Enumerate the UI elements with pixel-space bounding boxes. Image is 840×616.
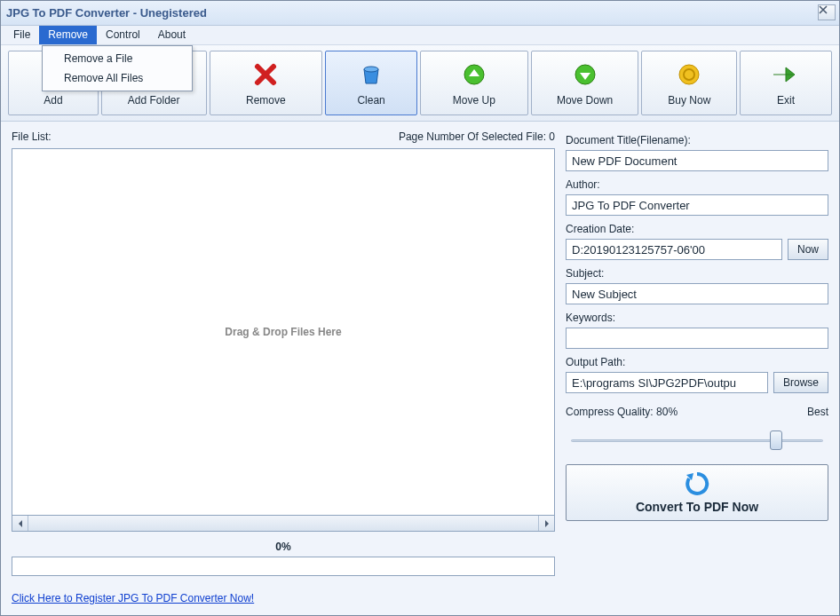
slider-thumb[interactable] bbox=[770, 430, 782, 450]
exit-icon bbox=[772, 60, 800, 89]
window-title: JPG To PDF Converter - Unegistered bbox=[6, 6, 207, 20]
right-panel: Document Title(Filename): Author: Creati… bbox=[566, 130, 828, 604]
chevron-right-icon bbox=[543, 520, 551, 527]
convert-label: Convert To PDF Now bbox=[636, 500, 758, 514]
register-link[interactable]: Click Here to Register JPG To PDF Conver… bbox=[12, 592, 254, 604]
compress-best-label: Best bbox=[807, 406, 828, 418]
close-icon bbox=[819, 5, 828, 14]
output-path-field[interactable] bbox=[566, 372, 768, 393]
exit-label: Exit bbox=[777, 94, 795, 107]
file-list-hscroll[interactable] bbox=[12, 516, 555, 532]
add-folder-label: Add Folder bbox=[128, 94, 180, 107]
slider-track bbox=[571, 439, 823, 442]
remove-label: Remove bbox=[246, 94, 286, 107]
exit-button[interactable]: Exit bbox=[740, 51, 832, 115]
keywords-label: Keywords: bbox=[566, 312, 828, 324]
buy-now-button[interactable]: Buy Now bbox=[641, 51, 737, 115]
scroll-right-arrow[interactable] bbox=[538, 516, 554, 531]
clean-button[interactable]: Clean bbox=[325, 51, 417, 115]
progress-bar bbox=[12, 557, 555, 576]
file-list-box[interactable]: Drag & Drop Files Here bbox=[12, 148, 555, 516]
creation-date-field[interactable] bbox=[566, 239, 782, 260]
subject-field[interactable] bbox=[566, 283, 828, 304]
move-down-label: Move Down bbox=[557, 94, 613, 107]
clean-label: Clean bbox=[357, 94, 384, 107]
now-button[interactable]: Now bbox=[788, 239, 828, 260]
menu-bar: File Remove Control About Remove a File … bbox=[1, 26, 839, 45]
scroll-track[interactable] bbox=[28, 516, 538, 531]
compress-quality-row: Compress Quality: 80% Best bbox=[566, 406, 828, 418]
doc-title-label: Document Title(Filename): bbox=[566, 134, 828, 146]
menu-file[interactable]: File bbox=[4, 26, 39, 44]
subject-label: Subject: bbox=[566, 267, 828, 280]
svg-point-0 bbox=[364, 67, 378, 72]
dropdown-remove-all[interactable]: Remove All Files bbox=[43, 68, 192, 88]
buy-now-label: Buy Now bbox=[668, 94, 710, 107]
keywords-field[interactable] bbox=[566, 328, 828, 349]
quality-slider[interactable] bbox=[566, 427, 828, 455]
scroll-left-arrow[interactable] bbox=[12, 516, 28, 531]
author-label: Author: bbox=[566, 178, 828, 191]
remove-dropdown: Remove a File Remove All Files bbox=[42, 45, 193, 91]
menu-control[interactable]: Control bbox=[97, 26, 149, 44]
creation-date-label: Creation Date: bbox=[566, 223, 828, 235]
move-up-button[interactable]: Move Up bbox=[420, 51, 528, 115]
remove-button[interactable]: Remove bbox=[210, 51, 323, 115]
file-list-label: File List: bbox=[12, 130, 52, 143]
output-path-label: Output Path: bbox=[566, 356, 828, 368]
doc-title-field[interactable] bbox=[566, 150, 828, 171]
coin-icon bbox=[675, 60, 703, 89]
page-number-label: Page Number Of Selected File: 0 bbox=[399, 130, 555, 143]
add-label: Add bbox=[44, 94, 62, 107]
close-button[interactable] bbox=[818, 4, 836, 20]
svg-point-3 bbox=[679, 65, 699, 84]
move-up-label: Move Up bbox=[453, 94, 495, 107]
register-link-row: Click Here to Register JPG To PDF Conver… bbox=[12, 592, 555, 604]
move-down-icon bbox=[571, 60, 599, 89]
remove-icon bbox=[251, 60, 280, 89]
drop-hint: Drag & Drop Files Here bbox=[225, 326, 341, 338]
convert-button[interactable]: Convert To PDF Now bbox=[566, 464, 828, 521]
content-area: File List: Page Number Of Selected File:… bbox=[1, 122, 839, 610]
move-down-button[interactable]: Move Down bbox=[531, 51, 639, 115]
browse-button[interactable]: Browse bbox=[773, 372, 828, 393]
move-up-icon bbox=[460, 60, 488, 89]
clean-icon bbox=[357, 60, 385, 89]
left-panel: File List: Page Number Of Selected File:… bbox=[12, 130, 555, 604]
author-field[interactable] bbox=[566, 194, 828, 216]
compress-quality-label: Compress Quality: 80% bbox=[566, 406, 678, 418]
chevron-left-icon bbox=[17, 520, 24, 527]
dropdown-remove-file[interactable]: Remove a File bbox=[43, 49, 192, 68]
convert-icon bbox=[685, 471, 709, 496]
file-list-header: File List: Page Number Of Selected File:… bbox=[12, 130, 555, 143]
menu-about[interactable]: About bbox=[149, 26, 194, 44]
menu-remove[interactable]: Remove bbox=[39, 26, 97, 44]
title-bar: JPG To PDF Converter - Unegistered bbox=[1, 1, 839, 26]
progress-label: 0% bbox=[12, 541, 555, 553]
